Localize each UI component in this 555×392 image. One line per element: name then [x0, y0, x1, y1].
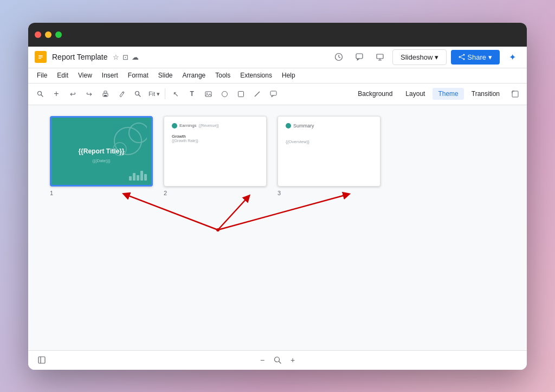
- zoom-search-btn[interactable]: [130, 86, 145, 101]
- shape-btn[interactable]: [217, 86, 232, 101]
- star-icon[interactable]: ☆: [113, 53, 119, 61]
- svg-rect-24: [238, 91, 243, 97]
- close-button[interactable]: [35, 31, 41, 38]
- zoom-in-btn[interactable]: +: [287, 354, 299, 366]
- slide-3-content: Summary {{Overview}}: [278, 117, 380, 186]
- svg-rect-6: [377, 54, 383, 59]
- menu-file[interactable]: File: [33, 69, 51, 81]
- svg-rect-3: [38, 58, 41, 59]
- background-btn[interactable]: Background: [352, 88, 398, 100]
- svg-point-30: [113, 143, 126, 156]
- titlebar: [28, 23, 527, 47]
- zoom-out-btn[interactable]: −: [256, 354, 268, 366]
- cloud-icon[interactable]: ☁: [132, 53, 139, 61]
- shape2-btn[interactable]: [233, 86, 248, 101]
- comment-toolbar-btn[interactable]: [266, 86, 281, 101]
- slide-3-number: 3: [278, 190, 281, 196]
- menu-edit[interactable]: Edit: [53, 69, 73, 81]
- svg-rect-17: [104, 91, 107, 93]
- svg-line-32: [126, 195, 218, 230]
- slide-2[interactable]: Earnings {{Revenue}} Growth {{Growth Rat…: [164, 116, 267, 187]
- slide-1-number: 1: [50, 190, 53, 196]
- present-button[interactable]: [372, 49, 388, 65]
- transition-btn[interactable]: Transition: [466, 88, 505, 100]
- menu-view[interactable]: View: [74, 69, 96, 81]
- paint-btn[interactable]: [114, 86, 129, 101]
- slide-3[interactable]: Summary {{Overview}}: [278, 116, 380, 187]
- folder-icon[interactable]: ⊡: [122, 53, 128, 61]
- slide2-icon: [172, 123, 177, 128]
- svg-line-25: [255, 92, 260, 97]
- print-btn[interactable]: [98, 86, 113, 101]
- text-btn[interactable]: T: [184, 86, 199, 101]
- svg-line-33: [218, 197, 248, 230]
- menu-extensions[interactable]: Extensions: [236, 69, 276, 81]
- menu-tools[interactable]: Tools: [211, 69, 235, 81]
- menu-slide[interactable]: Slide: [154, 69, 177, 81]
- slide-1-wrapper: {{Report Title}} {{(Date)}}: [50, 116, 153, 196]
- svg-point-28: [129, 123, 147, 143]
- menu-bar: File Edit View Insert Format Slide Arran…: [28, 68, 527, 83]
- svg-point-23: [222, 91, 227, 97]
- svg-line-34: [218, 195, 347, 230]
- maximize-button[interactable]: [55, 31, 62, 38]
- slide2-revenue-value: {{Revenue}}: [199, 124, 219, 127]
- header-right: Slideshow ▾ Share ▾ ✦: [331, 49, 520, 65]
- menu-help[interactable]: Help: [278, 69, 300, 81]
- search-toolbar-btn[interactable]: [33, 86, 48, 101]
- svg-line-20: [139, 95, 140, 97]
- doc-icon: [35, 51, 47, 63]
- menu-arrange[interactable]: Arrange: [178, 69, 210, 81]
- zoom-controls: − +: [256, 354, 299, 366]
- svg-point-10: [463, 54, 465, 56]
- svg-point-9: [459, 56, 461, 58]
- menu-insert[interactable]: Insert: [98, 69, 122, 81]
- share-button[interactable]: Share ▾: [451, 50, 500, 65]
- toolbar: + ↩ ↪ Fit ▾ ↖ T Background: [28, 83, 527, 105]
- svg-point-35: [216, 228, 220, 232]
- line-btn[interactable]: [249, 86, 264, 101]
- traffic-lights: [35, 31, 62, 38]
- svg-rect-27: [512, 91, 518, 97]
- slideshow-label: Slideshow: [401, 53, 433, 61]
- minimize-button[interactable]: [45, 31, 51, 38]
- redo-btn[interactable]: ↪: [81, 86, 96, 101]
- toolbar-separator-1: [165, 88, 165, 99]
- add-btn[interactable]: +: [49, 86, 64, 101]
- image-btn[interactable]: [201, 86, 216, 101]
- slideshow-button[interactable]: Slideshow ▾: [392, 49, 447, 65]
- slide-1-content: {{Report Title}} {{(Date)}}: [51, 118, 151, 185]
- slide2-growth-value: {{Growth Rate}}: [172, 139, 259, 143]
- menu-format[interactable]: Format: [124, 69, 153, 81]
- slide-1[interactable]: {{Report Title}} {{(Date)}}: [50, 116, 153, 187]
- slide3-header: Summary: [286, 123, 372, 128]
- magic-button[interactable]: ✦: [504, 49, 520, 65]
- svg-rect-5: [356, 54, 363, 59]
- layout-btn[interactable]: Layout: [400, 88, 430, 100]
- svg-point-11: [463, 59, 465, 60]
- slide3-overview: {{Overview}}: [286, 139, 372, 144]
- svg-rect-1: [38, 55, 43, 56]
- svg-line-12: [461, 55, 463, 57]
- bottom-bar: − +: [28, 350, 527, 370]
- theme-btn[interactable]: Theme: [433, 88, 463, 100]
- bottom-bar-inner: − +: [35, 353, 520, 367]
- svg-point-29: [114, 127, 141, 155]
- expand-btn[interactable]: [507, 86, 522, 101]
- svg-rect-21: [205, 92, 211, 97]
- fit-btn[interactable]: Fit ▾: [146, 86, 162, 101]
- slide2-header: Earnings {{Revenue}}: [172, 123, 259, 128]
- svg-line-15: [41, 95, 43, 97]
- content-area: {{Report Title}} {{(Date)}}: [28, 105, 527, 350]
- svg-point-19: [135, 92, 139, 95]
- zoom-icon-btn[interactable]: [272, 354, 283, 366]
- slide3-summary-label: Summary: [293, 123, 314, 128]
- slide2-growth: Growth {{Growth Rate}}: [172, 134, 259, 143]
- comments-button[interactable]: [351, 49, 367, 65]
- panel-toggle-btn[interactable]: [35, 353, 49, 367]
- slide-2-wrapper: Earnings {{Revenue}} Growth {{Growth Rat…: [164, 116, 267, 196]
- undo-btn[interactable]: ↩: [65, 86, 80, 101]
- history-button[interactable]: [331, 49, 347, 65]
- cursor-btn[interactable]: ↖: [168, 86, 183, 101]
- svg-rect-2: [38, 57, 43, 57]
